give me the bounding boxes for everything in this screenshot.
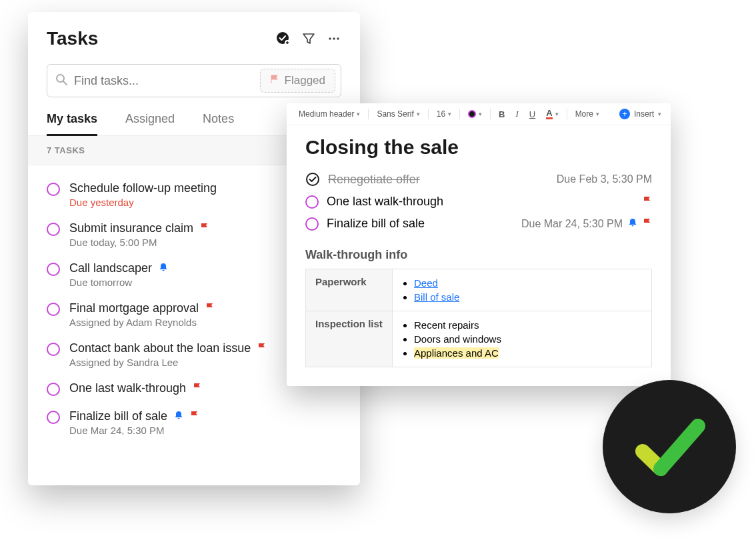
svg-line-6 bbox=[63, 81, 67, 85]
italic-button[interactable]: I bbox=[513, 107, 521, 121]
flag-icon bbox=[190, 411, 199, 423]
separator bbox=[459, 109, 460, 119]
note-toolbar: Medium header▾ Sans Serif▾ 16▾ ▾ B I U A… bbox=[287, 103, 671, 125]
add-task-icon[interactable] bbox=[276, 31, 291, 46]
task-title: Call landscaper bbox=[69, 261, 152, 275]
filter-icon[interactable] bbox=[301, 31, 316, 46]
svg-point-4 bbox=[337, 37, 339, 39]
svg-point-3 bbox=[333, 37, 335, 39]
task-checkbox[interactable] bbox=[305, 217, 319, 231]
size-label: 16 bbox=[437, 109, 445, 119]
note-task-row[interactable]: Renegotiate offer Due Feb 3, 5:30 PM bbox=[305, 168, 652, 191]
more-label: More bbox=[575, 109, 593, 119]
check-badge bbox=[603, 380, 736, 513]
color-swatch[interactable]: ▾ bbox=[465, 109, 485, 119]
flag-icon bbox=[205, 303, 215, 315]
tasks-header: Tasks bbox=[28, 28, 360, 49]
chevron-down-icon: ▾ bbox=[417, 111, 420, 117]
task-checkbox[interactable] bbox=[47, 263, 60, 276]
tasks-header-actions bbox=[276, 31, 341, 46]
font-label: Sans Serif bbox=[377, 109, 413, 119]
separator bbox=[368, 109, 369, 119]
highlighted-text: Appliances and AC bbox=[414, 347, 499, 359]
insert-button[interactable]: + Insert ▾ bbox=[619, 109, 661, 119]
bold-button[interactable]: B bbox=[496, 108, 507, 121]
task-title: Final mortgage approval bbox=[69, 301, 199, 315]
note-body: Closing the sale Renegotiate offer Due F… bbox=[287, 125, 671, 367]
chevron-down-icon: ▾ bbox=[555, 111, 559, 117]
table-row: Inspection list Recent repairs Doors and… bbox=[306, 311, 652, 367]
section-heading: Walk-through info bbox=[305, 248, 652, 262]
svg-point-7 bbox=[307, 173, 319, 185]
tab-my-tasks[interactable]: My tasks bbox=[47, 112, 97, 136]
link-bill-of-sale[interactable]: Bill of sale bbox=[414, 291, 459, 303]
row-header: Inspection list bbox=[306, 311, 393, 367]
flag-icon bbox=[643, 196, 652, 208]
task-checkbox[interactable] bbox=[47, 383, 60, 396]
tab-notes[interactable]: Notes bbox=[203, 112, 234, 135]
heading-select[interactable]: Medium header▾ bbox=[296, 108, 363, 120]
search-icon bbox=[55, 73, 67, 88]
due-label: Due Mar 24, 5:30 PM bbox=[521, 218, 623, 230]
note-task-row[interactable]: Finalize bill of sale Due Mar 24, 5:30 P… bbox=[305, 213, 652, 235]
due-label: Due Feb 3, 5:30 PM bbox=[557, 173, 652, 185]
font-select[interactable]: Sans Serif▾ bbox=[374, 108, 422, 120]
chevron-down-icon: ▾ bbox=[479, 111, 482, 117]
note-panel: Medium header▾ Sans Serif▾ 16▾ ▾ B I U A… bbox=[287, 103, 671, 386]
row-cell: Deed Bill of sale bbox=[393, 269, 652, 311]
task-title: One last walk-through bbox=[69, 381, 186, 395]
svg-point-2 bbox=[329, 37, 331, 39]
task-checkbox[interactable] bbox=[47, 343, 60, 356]
table-row: Paperwork Deed Bill of sale bbox=[306, 269, 652, 311]
list-item: Appliances and AC bbox=[414, 346, 642, 360]
chevron-down-icon: ▾ bbox=[357, 111, 360, 117]
note-task-title: Finalize bill of sale bbox=[327, 217, 425, 231]
bell-icon bbox=[628, 218, 637, 230]
search-box bbox=[47, 65, 260, 97]
plus-icon: + bbox=[619, 109, 630, 119]
row-cell: Recent repairs Doors and windows Applian… bbox=[393, 311, 652, 367]
tab-assigned[interactable]: Assigned bbox=[125, 112, 175, 135]
note-task-row[interactable]: One last walk-through bbox=[305, 191, 652, 213]
task-checkbox[interactable] bbox=[47, 303, 60, 316]
task-checkbox[interactable] bbox=[47, 223, 60, 236]
list-item: Recent repairs bbox=[414, 318, 642, 332]
more-button[interactable]: More▾ bbox=[573, 108, 602, 120]
note-title[interactable]: Closing the sale bbox=[305, 136, 652, 159]
bell-icon bbox=[159, 263, 168, 275]
task-title: Contact bank about the loan issue bbox=[69, 341, 251, 355]
more-icon[interactable] bbox=[327, 31, 341, 46]
search-input[interactable] bbox=[74, 74, 252, 88]
row-header: Paperwork bbox=[306, 269, 393, 311]
task-title: Submit insurance claim bbox=[69, 221, 193, 235]
task-row[interactable]: Finalize bill of sale Due Mar 24, 5:30 P… bbox=[47, 403, 341, 443]
flag-icon bbox=[193, 383, 202, 395]
note-task-title: Renegotiate offer bbox=[328, 173, 420, 187]
task-checkbox[interactable] bbox=[47, 183, 60, 196]
underline-button[interactable]: U bbox=[527, 108, 538, 121]
list-item: Doors and windows bbox=[414, 332, 642, 346]
flag-icon bbox=[257, 343, 267, 355]
flag-icon bbox=[270, 74, 279, 87]
checkmark-icon bbox=[626, 403, 713, 490]
chevron-down-icon: ▾ bbox=[596, 111, 599, 117]
text-color-button[interactable]: A▾ bbox=[543, 107, 561, 121]
task-subtext: Due Mar 24, 5:30 PM bbox=[69, 425, 341, 436]
note-task-title: One last walk-through bbox=[327, 195, 443, 209]
task-title: Finalize bill of sale bbox=[69, 409, 167, 423]
flagged-filter-chip[interactable]: Flagged bbox=[260, 69, 335, 93]
separator bbox=[567, 109, 567, 119]
separator bbox=[428, 109, 429, 119]
info-table: Paperwork Deed Bill of sale Inspection l… bbox=[305, 269, 652, 367]
chevron-down-icon: ▾ bbox=[658, 111, 661, 117]
flagged-chip-label: Flagged bbox=[285, 74, 325, 87]
flag-icon bbox=[200, 223, 209, 235]
search-row: Flagged bbox=[47, 64, 341, 97]
color-swatch-icon bbox=[468, 110, 476, 118]
task-checkbox[interactable] bbox=[47, 411, 60, 424]
insert-label: Insert bbox=[634, 109, 654, 119]
task-checkbox[interactable] bbox=[305, 195, 319, 209]
link-deed[interactable]: Deed bbox=[414, 277, 438, 289]
checkmark-icon[interactable] bbox=[305, 172, 320, 187]
size-select[interactable]: 16▾ bbox=[434, 108, 454, 120]
